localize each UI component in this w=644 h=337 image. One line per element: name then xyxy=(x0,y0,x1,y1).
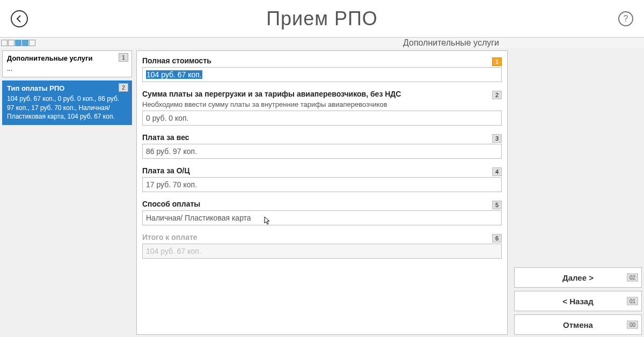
field-badge: 3 xyxy=(492,134,502,143)
field-badge: 1 xyxy=(492,57,502,66)
button-label: Далее > xyxy=(562,273,594,282)
arrow-left-icon xyxy=(15,14,24,23)
button-label: Отмена xyxy=(563,320,593,329)
sidebar-item-title: Тип оплаты РПО xyxy=(7,84,127,92)
field-badge: 4 xyxy=(492,167,502,176)
next-button[interactable]: Далее > 02 xyxy=(514,267,642,288)
keyboard-hint: 01 xyxy=(627,297,638,305)
cancel-button[interactable]: Отмена 00 xyxy=(514,314,642,335)
main-content: Полная стоимость 1 104 руб. 67 коп. Сумм… xyxy=(134,48,510,337)
field-weight-fee: Плата за вес 3 xyxy=(142,133,502,159)
sidebar-item-payment-type[interactable]: Тип оплаты РПО 2 104 руб. 67 коп., 0 руб… xyxy=(2,80,132,125)
progress-step xyxy=(8,40,14,46)
field-label: Способ оплаты xyxy=(142,200,502,208)
progress-step xyxy=(1,40,8,46)
help-button[interactable]: ? xyxy=(618,11,633,26)
field-label: Сумма платы за перегрузки и за тарифы ав… xyxy=(142,90,502,98)
field-pay-method: Способ оплаты 5 xyxy=(142,200,502,225)
back-button[interactable] xyxy=(11,10,28,27)
header: Прием РПО ? xyxy=(0,0,644,38)
form-panel: Полная стоимость 1 104 руб. 67 коп. Сумм… xyxy=(136,50,508,335)
sidebar-item-title: Дополнительные услуги xyxy=(7,54,127,62)
pay-method-input[interactable] xyxy=(142,210,502,225)
total-input xyxy=(142,244,502,259)
sidebar: Дополнительные услуги 1 ... Тип оплаты Р… xyxy=(0,48,134,337)
field-label: Итого к оплате xyxy=(142,233,502,241)
page-title: Прием РПО xyxy=(266,8,378,30)
field-label: Плата за вес xyxy=(142,133,502,142)
field-total: Итого к оплате 6 xyxy=(142,233,502,259)
field-hint: Необходимо ввести сумму платы за внутрен… xyxy=(142,100,502,108)
progress-step xyxy=(22,40,28,46)
keyboard-hint: 02 xyxy=(627,274,638,282)
right-column: Далее > 02 < Назад 01 Отмена 00 xyxy=(510,48,644,337)
keyboard-hint: 00 xyxy=(627,321,638,329)
full-cost-input[interactable]: 104 руб. 67 коп. xyxy=(142,67,502,82)
weight-fee-input[interactable] xyxy=(142,144,502,159)
field-badge: 2 xyxy=(492,91,502,99)
sidebar-item-badge: 1 xyxy=(119,53,128,62)
progress-step xyxy=(29,40,35,46)
field-badge: 6 xyxy=(492,234,502,243)
sidebar-item-sub: 104 руб. 67 коп., 0 руб. 0 коп., 86 руб.… xyxy=(7,94,127,121)
field-badge: 5 xyxy=(492,201,502,209)
field-air-fee: Сумма платы за перегрузки и за тарифы ав… xyxy=(142,90,502,126)
action-buttons: Далее > 02 < Назад 01 Отмена 00 xyxy=(514,264,642,335)
section-subtitle: Дополнительные услуги xyxy=(403,38,499,48)
air-fee-input[interactable] xyxy=(142,111,502,126)
sidebar-item-sub: ... xyxy=(7,64,127,74)
progress-step xyxy=(15,40,21,46)
button-label: < Назад xyxy=(562,297,593,306)
field-oc-fee: Плата за О/Ц 4 xyxy=(142,166,502,192)
oc-fee-input[interactable] xyxy=(142,177,502,192)
field-full-cost: Полная стоимость 1 104 руб. 67 коп. xyxy=(142,56,502,82)
field-label: Полная стоимость xyxy=(142,56,502,65)
sidebar-item-services[interactable]: Дополнительные услуги 1 ... xyxy=(2,50,132,77)
field-label: Плата за О/Ц xyxy=(142,166,502,175)
back-nav-button[interactable]: < Назад 01 xyxy=(514,291,642,311)
progress-bar: Дополнительные услуги xyxy=(0,38,644,48)
sidebar-item-badge: 2 xyxy=(119,83,128,92)
